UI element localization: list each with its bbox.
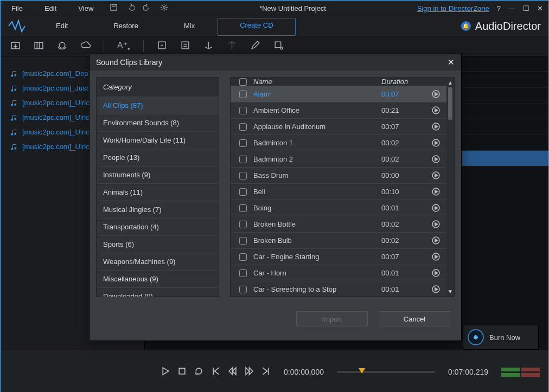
clip-play-icon[interactable] xyxy=(432,123,440,131)
clip-checkbox[interactable] xyxy=(239,204,247,212)
category-item[interactable]: Sports (6) xyxy=(97,235,219,253)
tool3-icon[interactable] xyxy=(203,40,214,52)
tab-create-cd[interactable]: Create CD xyxy=(218,18,295,36)
clip-play-icon[interactable] xyxy=(432,90,440,98)
category-item[interactable]: Instruments (9) xyxy=(97,166,219,183)
clip-play-icon[interactable] xyxy=(432,269,440,277)
scrollbar[interactable]: ▲ ▼ xyxy=(446,78,454,297)
tool4-icon[interactable] xyxy=(227,40,237,52)
tool1-icon[interactable] xyxy=(157,40,167,52)
rewind-icon[interactable] xyxy=(228,367,237,377)
select-all-checkbox[interactable] xyxy=(239,78,247,86)
clip-row[interactable]: Car - Engine Starting00:07 xyxy=(231,249,446,265)
clip-row[interactable]: Boing00:01 xyxy=(231,200,446,216)
clip-row[interactable]: Applause in Auditorium00:07 xyxy=(231,119,446,135)
clip-row[interactable]: Bass Drum00:00 xyxy=(231,168,446,184)
clip-row[interactable]: Broken Bottle00:02 xyxy=(231,216,446,233)
clip-play-icon[interactable] xyxy=(432,188,440,196)
clip-row[interactable]: Alarm00:07 xyxy=(231,86,446,102)
category-item[interactable]: Transportation (4) xyxy=(97,218,219,235)
clip-play-icon[interactable] xyxy=(432,204,440,212)
bell-icon[interactable]: 🔔 xyxy=(461,21,471,31)
record-icon[interactable] xyxy=(57,40,67,52)
category-item[interactable]: Environment Sounds (8) xyxy=(97,114,219,131)
minimize-icon[interactable]: — xyxy=(508,4,515,12)
clip-checkbox[interactable] xyxy=(239,286,247,293)
library-icon[interactable] xyxy=(34,40,44,52)
clip-play-icon[interactable] xyxy=(432,171,440,179)
seek-cursor[interactable] xyxy=(359,368,365,374)
clip-row[interactable]: Badminton 200:02 xyxy=(231,151,446,168)
forward-icon[interactable] xyxy=(245,367,254,377)
signin-link[interactable]: Sign in to DirectorZone xyxy=(417,4,489,12)
clip-checkbox[interactable] xyxy=(239,269,247,277)
tool5-icon[interactable] xyxy=(273,40,284,52)
clip-checkbox[interactable] xyxy=(239,156,247,163)
tab-edit[interactable]: Edit xyxy=(33,16,91,36)
category-item[interactable]: Work/Home/Daily Life (11) xyxy=(97,131,219,149)
clip-row[interactable]: Broken Bulb00:02 xyxy=(231,233,446,249)
menu-view[interactable]: View xyxy=(67,4,104,12)
text-icon[interactable]: A⁺▾ xyxy=(117,40,130,52)
tab-restore[interactable]: Restore xyxy=(91,16,161,36)
edit-icon[interactable] xyxy=(250,40,260,52)
clip-row[interactable]: Badminton 100:02 xyxy=(231,135,446,151)
category-item[interactable]: Miscellaneous (9) xyxy=(97,270,219,287)
clip-row[interactable]: Car - Horn00:01 xyxy=(231,265,446,281)
clip-row[interactable]: Ambient Office00:21 xyxy=(231,102,446,119)
help-icon[interactable]: ? xyxy=(497,4,501,12)
loop-icon[interactable] xyxy=(194,367,203,377)
clip-play-icon[interactable] xyxy=(432,155,440,163)
undo-icon[interactable] xyxy=(126,3,135,13)
category-item[interactable]: Musical Jingles (7) xyxy=(97,201,219,218)
tab-mix[interactable]: Mix xyxy=(161,16,218,36)
scroll-thumb[interactable] xyxy=(448,87,452,120)
maximize-icon[interactable]: ☐ xyxy=(523,4,529,12)
col-name[interactable]: Name xyxy=(252,78,381,86)
close-icon[interactable]: ✕ xyxy=(537,4,543,12)
clip-play-icon[interactable] xyxy=(432,139,440,147)
category-item[interactable]: Weapons/Machines (9) xyxy=(97,253,219,270)
save-icon[interactable] xyxy=(110,3,118,13)
clip-checkbox[interactable] xyxy=(239,237,247,245)
play-icon[interactable] xyxy=(161,367,170,377)
clip-checkbox[interactable] xyxy=(239,188,247,196)
import-icon[interactable] xyxy=(10,40,21,52)
tool2-icon[interactable] xyxy=(180,40,190,52)
import-button[interactable]: Import xyxy=(296,311,368,326)
clip-play-icon[interactable] xyxy=(432,285,440,293)
category-item[interactable]: Downloaded (0) xyxy=(97,287,219,297)
burn-now-button[interactable]: Burn Now xyxy=(463,325,539,350)
clip-checkbox[interactable] xyxy=(239,172,247,179)
next-icon[interactable] xyxy=(261,367,271,377)
scroll-up-icon[interactable]: ▲ xyxy=(448,80,453,86)
clip-row[interactable]: Car - Screeching to a Stop00:01 xyxy=(231,281,446,297)
cloud-icon[interactable] xyxy=(80,40,91,52)
seek-bar[interactable] xyxy=(337,371,435,373)
file-label: [music2pc.com]_Ulric… xyxy=(22,143,97,151)
settings-icon[interactable] xyxy=(160,3,168,13)
clip-play-icon[interactable] xyxy=(432,253,440,261)
cancel-button[interactable]: Cancel xyxy=(379,311,450,326)
category-item[interactable]: All Clips (87) xyxy=(97,97,219,114)
clip-checkbox[interactable] xyxy=(239,91,247,98)
clip-play-icon[interactable] xyxy=(432,236,440,245)
clip-checkbox[interactable] xyxy=(239,123,247,131)
scroll-down-icon[interactable]: ▼ xyxy=(448,288,453,294)
redo-icon[interactable] xyxy=(143,3,151,13)
menu-edit[interactable]: Edit xyxy=(34,4,67,12)
modal-close-icon[interactable]: ✕ xyxy=(448,57,455,67)
stop-icon[interactable] xyxy=(177,367,187,377)
col-duration[interactable]: Duration xyxy=(381,78,425,86)
clip-checkbox[interactable] xyxy=(239,107,247,114)
prev-icon[interactable] xyxy=(211,367,220,377)
clip-checkbox[interactable] xyxy=(239,221,247,228)
menu-file[interactable]: File xyxy=(1,4,34,12)
clip-checkbox[interactable] xyxy=(239,253,247,261)
clip-play-icon[interactable] xyxy=(432,220,440,228)
clip-play-icon[interactable] xyxy=(432,106,440,114)
category-item[interactable]: Animals (11) xyxy=(97,183,219,201)
clip-checkbox[interactable] xyxy=(239,139,247,147)
clip-row[interactable]: Bell00:10 xyxy=(231,184,446,200)
category-item[interactable]: People (13) xyxy=(97,149,219,166)
